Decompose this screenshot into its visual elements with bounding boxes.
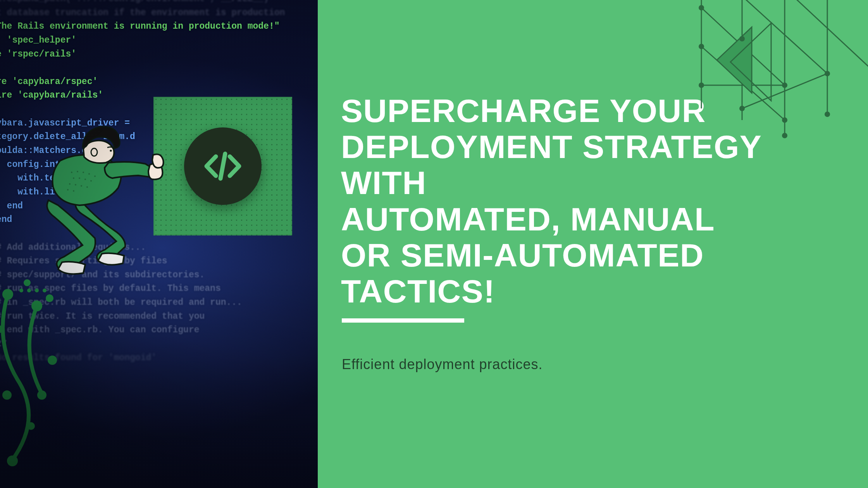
svg-point-47 [782, 117, 787, 123]
svg-point-9 [69, 183, 71, 185]
svg-point-28 [19, 289, 23, 292]
svg-point-16 [110, 149, 112, 151]
svg-point-43 [782, 82, 787, 88]
svg-point-25 [27, 422, 35, 430]
svg-point-26 [7, 455, 18, 466]
code-editor-photo: E.expand_path("../../config/environment"… [0, 0, 318, 488]
svg-point-17 [2, 289, 13, 300]
tr-geometric-deco [655, 0, 868, 147]
svg-point-46 [739, 106, 745, 111]
right-panel: SUPERCHARGE YOURDEPLOYMENT STRATEGY WITH… [318, 0, 868, 488]
svg-point-29 [27, 289, 31, 292]
subhead: Efficient deployment practices. [342, 356, 543, 373]
svg-point-4 [94, 175, 96, 177]
svg-point-49 [782, 133, 787, 138]
svg-point-15 [91, 148, 97, 156]
bl-organic-deco [0, 279, 116, 488]
svg-marker-36 [717, 27, 752, 93]
svg-point-0 [71, 172, 72, 173]
svg-point-6 [79, 177, 80, 179]
svg-point-38 [699, 5, 704, 10]
svg-point-2 [83, 172, 84, 173]
svg-point-3 [88, 173, 90, 175]
code-icon [184, 127, 262, 205]
svg-point-1 [77, 171, 78, 172]
svg-point-22 [48, 356, 57, 365]
svg-point-45 [699, 82, 704, 88]
svg-point-14 [73, 190, 74, 192]
svg-point-27 [37, 390, 46, 400]
svg-point-10 [75, 184, 76, 186]
svg-point-21 [24, 279, 31, 286]
svg-point-20 [46, 294, 53, 302]
svg-point-5 [73, 177, 74, 179]
svg-point-23 [2, 390, 12, 400]
svg-point-7 [84, 179, 86, 180]
svg-point-44 [825, 71, 830, 76]
banner: E.expand_path("../../config/environment"… [0, 0, 868, 488]
svg-point-42 [739, 36, 745, 41]
person-illustration [37, 103, 165, 281]
svg-point-31 [43, 289, 46, 292]
svg-point-30 [35, 289, 39, 292]
svg-point-13 [67, 189, 69, 191]
divider [342, 318, 464, 323]
svg-point-41 [699, 44, 704, 49]
svg-point-8 [90, 180, 92, 182]
svg-point-11 [81, 185, 82, 187]
code-icon-card [153, 97, 292, 235]
svg-point-18 [31, 301, 42, 311]
svg-point-48 [825, 112, 830, 117]
svg-point-12 [86, 186, 88, 188]
